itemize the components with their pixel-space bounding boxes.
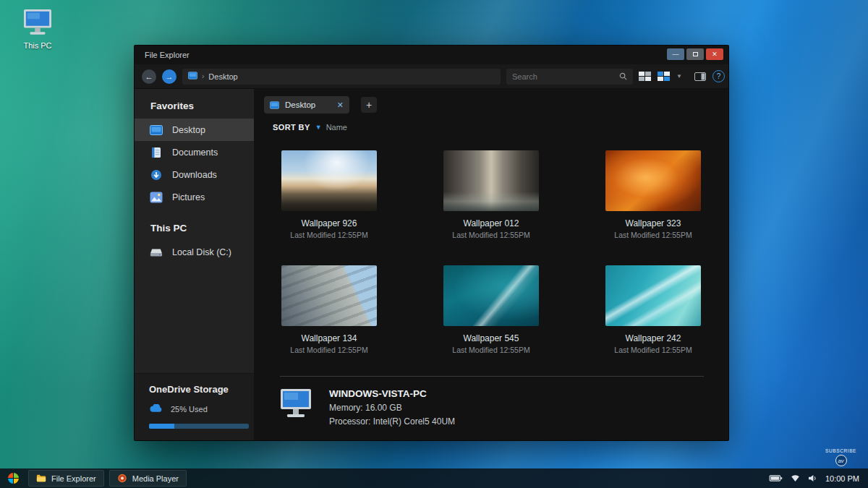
onedrive-section: OneDrive Storage 25% Used	[135, 373, 254, 440]
file-modified: Last Modified 12:55PM	[290, 346, 367, 354]
downloads-icon	[149, 168, 163, 181]
file-thumbnail	[443, 150, 539, 211]
file-grid: Wallpaper 926Last Modified 12:55PMWallpa…	[254, 150, 728, 354]
onedrive-progress-fill	[149, 424, 174, 429]
caption-buttons: — ✕	[667, 48, 723, 60]
file-modified: Last Modified 12:55PM	[452, 346, 529, 354]
file-item[interactable]: Wallpaper 926Last Modified 12:55PM	[257, 150, 401, 239]
sidebar-item-label: Local Disk (C:)	[172, 247, 231, 257]
taskbar-item-label: File Explorer	[51, 474, 96, 483]
memory-info: Memory: 16.00 GB	[329, 403, 455, 413]
breadcrumb-chevron: ›	[202, 72, 204, 80]
desktop-icon-this-pc[interactable]: This PC	[16, 9, 59, 50]
search-input[interactable]	[512, 72, 615, 81]
pc-name: WINDOWS-VISTA-PC	[329, 388, 455, 399]
tab-desktop[interactable]: Desktop ✕	[264, 96, 349, 114]
toolbar: ← → › Desktop	[135, 64, 728, 89]
onedrive-title: OneDrive Storage	[149, 384, 244, 395]
sidebar-item-downloads[interactable]: Downloads	[135, 163, 254, 186]
file-name: Wallpaper 134	[302, 333, 357, 343]
window-body: Favorites DesktopDocumentsDownloadsPictu…	[135, 89, 728, 440]
sidebar-item-local-disk-c[interactable]: Local Disk (C:)	[135, 241, 254, 263]
sidebar-item-label: Downloads	[172, 170, 217, 180]
search-box[interactable]	[506, 69, 633, 85]
taskbar: File ExplorerMedia Player 10:00 PM	[0, 468, 868, 488]
desktop-background[interactable]: This PC File Explorer — ✕ ← → › Desktop	[0, 0, 868, 488]
file-explorer-window: File Explorer — ✕ ← → › Desktop	[134, 45, 729, 441]
toolbar-right-group: ▼ ?	[639, 70, 725, 82]
documents-icon	[149, 146, 163, 158]
file-name: Wallpaper 323	[626, 218, 681, 228]
file-thumbnail	[281, 265, 377, 326]
pictures-icon	[149, 191, 163, 203]
taskbar-item-label: Media Player	[132, 474, 179, 483]
details-panel-icon[interactable]	[694, 72, 706, 81]
file-item[interactable]: Wallpaper 323Last Modified 12:55PM	[581, 150, 726, 239]
view-dropdown-caret-icon[interactable]: ▼	[676, 73, 682, 80]
favorites-list: DesktopDocumentsDownloadsPictures	[135, 119, 254, 208]
address-bar[interactable]: › Desktop	[182, 69, 501, 85]
network-icon[interactable]	[791, 474, 800, 482]
volume-icon[interactable]	[808, 474, 817, 482]
new-tab-button[interactable]: +	[361, 97, 377, 113]
file-name: Wallpaper 242	[626, 333, 681, 343]
file-thumbnail	[605, 150, 701, 211]
large-tiles-view-icon[interactable]	[639, 72, 651, 81]
file-thumbnail	[281, 150, 377, 211]
file-explorer-icon	[36, 474, 46, 483]
subscribe-watermark: SUBSCRIBE av	[825, 448, 856, 466]
sidebar: Favorites DesktopDocumentsDownloadsPictu…	[135, 89, 254, 440]
sidebar-item-pictures[interactable]: Pictures	[135, 186, 254, 208]
sort-by-label: SORT BY	[273, 123, 310, 132]
file-item[interactable]: Wallpaper 134Last Modified 12:55PM	[257, 265, 401, 354]
system-tray: 10:00 PM	[769, 474, 868, 483]
desktop-icon-label: This PC	[23, 41, 51, 50]
system-info-panel: WINDOWS-VISTA-PC Memory: 16.00 GB Proces…	[278, 388, 455, 427]
search-icon	[619, 70, 627, 83]
taskbar-item-file-explorer[interactable]: File Explorer	[28, 470, 104, 487]
close-button[interactable]: ✕	[706, 48, 723, 60]
cloud-icon	[149, 404, 164, 414]
file-name: Wallpaper 545	[464, 333, 519, 343]
subscribe-label: SUBSCRIBE	[825, 448, 856, 453]
file-thumbnail	[605, 265, 701, 326]
sort-caret-icon[interactable]: ▼	[315, 124, 322, 131]
desktop-icon	[149, 124, 163, 136]
file-item[interactable]: Wallpaper 545Last Modified 12:55PM	[419, 265, 563, 354]
sidebar-item-documents[interactable]: Documents	[135, 141, 254, 163]
tab-label: Desktop	[285, 100, 315, 109]
file-item[interactable]: Wallpaper 242Last Modified 12:55PM	[581, 265, 726, 354]
file-thumbnail	[443, 265, 539, 326]
drive-icon	[149, 246, 163, 258]
titlebar[interactable]: File Explorer — ✕	[135, 46, 728, 64]
file-modified: Last Modified 12:55PM	[614, 231, 692, 239]
tab-bar: Desktop ✕ +	[254, 89, 728, 114]
this-pc-header: This PC	[135, 208, 254, 241]
file-modified: Last Modified 12:55PM	[452, 231, 529, 239]
start-button[interactable]	[4, 468, 23, 488]
file-name: Wallpaper 012	[464, 218, 519, 228]
taskbar-clock[interactable]: 10:00 PM	[825, 474, 859, 483]
sidebar-item-label: Pictures	[172, 192, 205, 202]
info-divider	[280, 376, 704, 377]
sidebar-item-desktop[interactable]: Desktop	[135, 119, 254, 141]
channel-logo-icon: av	[835, 455, 847, 466]
taskbar-item-media-player[interactable]: Media Player	[109, 470, 187, 487]
sidebar-item-label: Desktop	[172, 125, 205, 135]
forward-button[interactable]: →	[162, 69, 176, 84]
back-button[interactable]: ←	[142, 69, 156, 84]
sidebar-item-label: Documents	[172, 147, 218, 158]
file-name: Wallpaper 926	[302, 218, 357, 228]
this-pc-list: Local Disk (C:)	[135, 241, 254, 263]
file-item[interactable]: Wallpaper 012Last Modified 12:55PM	[419, 150, 563, 239]
processor-info: Processor: Intel(R) Corel5 40UM	[329, 416, 455, 427]
taskbar-items: File ExplorerMedia Player	[28, 470, 187, 487]
small-tiles-view-icon[interactable]	[658, 72, 670, 81]
tab-close-icon[interactable]: ✕	[337, 100, 344, 110]
battery-icon[interactable]	[769, 474, 783, 482]
help-button[interactable]: ?	[712, 70, 725, 82]
sort-value[interactable]: Name	[326, 123, 347, 132]
favorites-header: Favorites	[135, 89, 254, 119]
minimize-button[interactable]: —	[667, 48, 684, 60]
maximize-button[interactable]	[686, 48, 704, 60]
